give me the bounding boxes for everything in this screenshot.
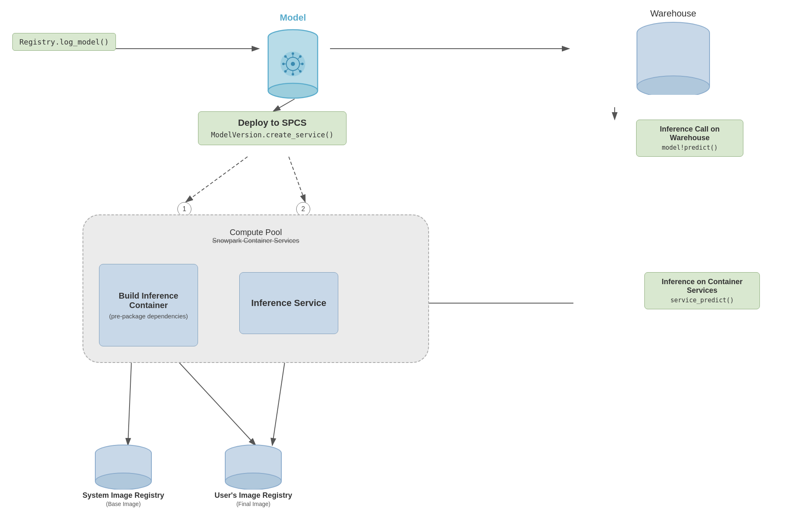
system-image-registry: System Image Registry (Base Image) [83, 444, 164, 507]
deploy-box: Deploy to SPCS ModelVersion.create_servi… [198, 111, 347, 145]
inference-container-code: service_predict() [651, 297, 754, 304]
warehouse-section: Warehouse [632, 8, 714, 97]
svg-point-29 [282, 63, 285, 65]
warehouse-icon [632, 21, 714, 95]
inference-service-box: Inference Service [239, 272, 338, 334]
svg-point-43 [637, 76, 710, 95]
warehouse-label: Warehouse [632, 8, 714, 19]
diagram-container: Registry.log_model() Model [0, 0, 797, 532]
user-registry-label: User's Image Registry [215, 491, 292, 500]
inference-container-box: Inference on Container Services service_… [644, 272, 760, 309]
model-icon [264, 25, 322, 99]
svg-point-28 [292, 73, 294, 75]
inference-warehouse-box: Inference Call on Warehouse model!predic… [636, 120, 743, 157]
build-container-sub: (pre-package dependencies) [109, 313, 188, 320]
build-container-box: Build Inference Container (pre-package d… [99, 264, 198, 346]
compute-pool-subtitle: Snowpark Container Services [92, 237, 420, 245]
svg-point-30 [301, 63, 304, 65]
user-registry-icon [220, 444, 286, 490]
svg-point-32 [284, 55, 287, 58]
model-cylinder: Model [260, 12, 326, 99]
step-circle-1: 1 [177, 202, 191, 216]
inference-service-title: Inference Service [251, 298, 326, 308]
svg-line-4 [273, 99, 295, 111]
svg-line-6 [186, 157, 248, 202]
svg-point-34 [299, 55, 302, 58]
user-image-registry: User's Image Registry (Final Image) [215, 444, 292, 507]
system-registry-label: System Image Registry [83, 491, 164, 500]
deploy-title: Deploy to SPCS [207, 118, 338, 128]
compute-pool-title: Compute Pool [92, 228, 420, 237]
svg-point-36 [284, 70, 287, 73]
system-registry-icon [90, 444, 156, 490]
svg-point-48 [95, 473, 151, 490]
inference-warehouse-title: Inference Call on Warehouse [642, 125, 737, 142]
deploy-code: ModelVersion.create_service() [207, 131, 338, 139]
inference-container-title: Inference on Container Services [651, 278, 754, 295]
svg-point-22 [291, 62, 295, 66]
svg-point-53 [225, 473, 281, 490]
svg-point-38 [299, 70, 302, 73]
step-circle-2: 2 [296, 202, 310, 216]
registry-box: Registry.log_model() [12, 33, 116, 51]
model-label: Model [260, 12, 326, 23]
user-registry-sub: (Final Image) [215, 501, 292, 507]
svg-point-27 [292, 52, 294, 55]
build-container-title: Build Inference Container [105, 291, 192, 310]
svg-point-19 [268, 83, 318, 98]
inference-warehouse-code: model!predict() [642, 144, 737, 151]
svg-line-7 [289, 157, 305, 202]
system-registry-sub: (Base Image) [83, 501, 164, 507]
registry-text: Registry.log_model() [19, 38, 109, 46]
